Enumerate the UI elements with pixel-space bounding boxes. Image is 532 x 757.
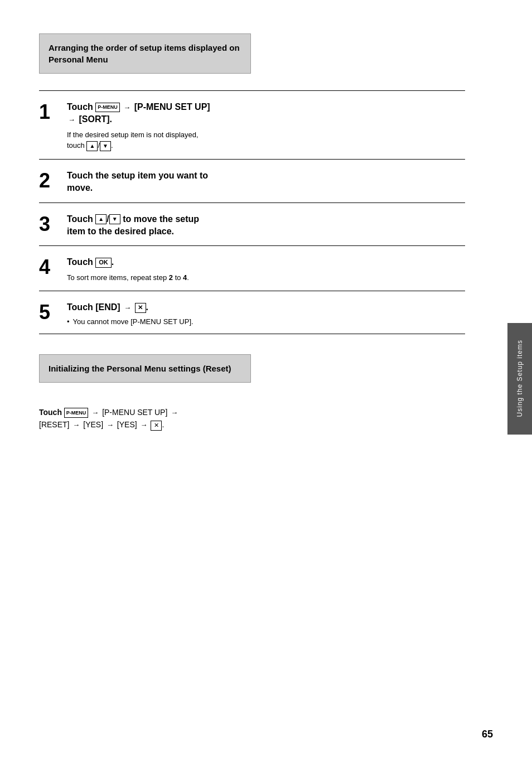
step-5-number: 5 <box>39 301 67 322</box>
pmenu-icon-1: P-MENU <box>95 103 120 112</box>
section2: Initializing the Personal Menu settings … <box>39 354 465 432</box>
step-3-title: Touch ▲/▼ to move the setupitem to the d… <box>67 213 465 238</box>
x-icon-2: ✕ <box>151 421 162 431</box>
section2-text: Touch P-MENU → [P-MENU SET UP] → [RESET]… <box>39 406 465 432</box>
ok-icon: OK <box>95 258 112 268</box>
x-icon: ✕ <box>135 303 146 313</box>
step-3-content: Touch ▲/▼ to move the setupitem to the d… <box>67 213 465 238</box>
page-number: 65 <box>482 729 493 740</box>
step-4-sub: To sort more items, repeat step 2 to 4. <box>67 272 465 283</box>
step-3: 3 Touch ▲/▼ to move the setupitem to the… <box>39 202 465 246</box>
section2-title: Initializing the Personal Menu settings … <box>49 363 241 374</box>
section2-box: Initializing the Personal Menu settings … <box>39 354 251 383</box>
step-1-number: 1 <box>39 101 67 122</box>
section1-title: Arranging the order of setup items displ… <box>49 42 241 65</box>
pmenu-icon-2: P-MENU <box>64 408 89 418</box>
step-2-title: Touch the setup item you want tomove. <box>67 170 465 195</box>
step-4: 4 Touch OK. To sort more items, repeat s… <box>39 245 465 291</box>
step-3-number: 3 <box>39 213 67 234</box>
step3-up-icon: ▲ <box>95 214 107 224</box>
step-1: 1 Touch P-MENU → [P-MENU SET UP] → [SORT… <box>39 90 465 159</box>
main-content: Arranging the order of setup items displ… <box>0 0 499 757</box>
side-tab: Using the Setup items <box>507 323 532 435</box>
step-4-title: Touch OK. <box>67 256 465 268</box>
side-tab-label: Using the Setup items <box>516 340 524 417</box>
step-1-content: Touch P-MENU → [P-MENU SET UP] → [SORT].… <box>67 101 465 151</box>
step-5: 5 Touch [END] → ✕. You cannot move [P-ME… <box>39 291 465 334</box>
step-5-content: Touch [END] → ✕. You cannot move [P-MENU… <box>67 301 465 325</box>
section1-box: Arranging the order of setup items displ… <box>39 33 251 74</box>
step-5-bullet: You cannot move [P-MENU SET UP]. <box>67 317 465 326</box>
step-2-content: Touch the setup item you want tomove. <box>67 170 465 195</box>
step-2: 2 Touch the setup item you want tomove. <box>39 159 465 202</box>
step-1-sub: If the desired setup item is not display… <box>67 129 465 151</box>
down-arrow-icon: ▼ <box>100 141 111 151</box>
step-1-title: Touch P-MENU → [P-MENU SET UP] → [SORT]. <box>67 101 465 126</box>
step-2-number: 2 <box>39 170 67 191</box>
step3-down-icon: ▼ <box>109 214 120 224</box>
step-4-number: 4 <box>39 256 67 277</box>
up-arrow-icon: ▲ <box>86 141 98 151</box>
step-5-title: Touch [END] → ✕. <box>67 301 465 314</box>
step-4-content: Touch OK. To sort more items, repeat ste… <box>67 256 465 283</box>
